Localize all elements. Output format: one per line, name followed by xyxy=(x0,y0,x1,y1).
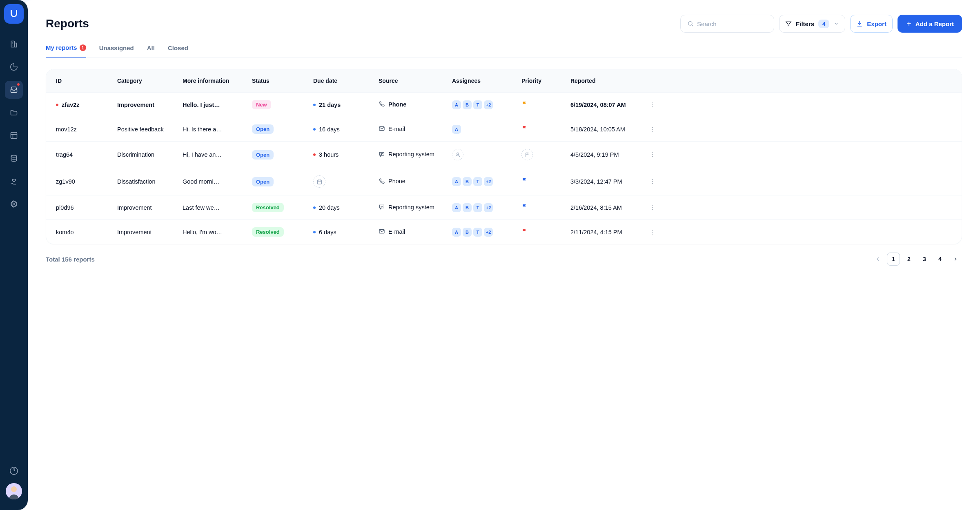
add-report-label: Add a Report xyxy=(915,20,954,27)
assignee-chip[interactable]: B xyxy=(463,177,472,186)
assignee-chip[interactable]: A xyxy=(452,203,461,212)
tabs: My reports1UnassignedAllClosed xyxy=(46,44,962,58)
svg-rect-19 xyxy=(317,180,321,184)
column-header[interactable]: Category xyxy=(117,78,183,84)
assignee-chip[interactable]: A xyxy=(452,125,461,134)
reports-table: IDCategoryMore informationStatusDue date… xyxy=(46,69,962,244)
add-report-button[interactable]: Add a Report xyxy=(898,15,962,33)
assignee-chip[interactable]: B xyxy=(463,100,472,109)
assignee-chip[interactable]: +2 xyxy=(484,177,493,186)
cell-category: Dissatisfaction xyxy=(117,178,183,185)
total-count: Total 156 reports xyxy=(46,256,95,263)
prev-page[interactable] xyxy=(871,253,884,266)
page-4[interactable]: 4 xyxy=(933,253,947,266)
row-more-button[interactable] xyxy=(644,102,660,108)
cell-info: Good morni… xyxy=(183,178,252,185)
svg-point-27 xyxy=(652,230,653,231)
table-row[interactable]: zg1v90DissatisfactionGood morni…OpenPhon… xyxy=(46,168,962,195)
table-row[interactable]: kom4oImprovementHello, I'm wo…Resolved6 … xyxy=(46,220,962,244)
assignee-chip[interactable]: +2 xyxy=(484,228,493,237)
search-input[interactable] xyxy=(697,20,775,27)
svg-point-14 xyxy=(652,131,653,131)
cell-assignees xyxy=(452,149,521,160)
assignee-chip[interactable]: A xyxy=(452,100,461,109)
cell-source: Reporting system xyxy=(379,204,452,211)
cell-source: Phone xyxy=(379,178,452,186)
tab-closed[interactable]: Closed xyxy=(168,44,188,57)
assignee-chip[interactable]: B xyxy=(463,228,472,237)
assignee-chip[interactable]: T xyxy=(473,100,482,109)
assignee-chip[interactable]: B xyxy=(463,203,472,212)
flag-icon[interactable] xyxy=(521,101,528,109)
flag-icon[interactable] xyxy=(521,125,528,133)
column-header[interactable]: More information xyxy=(183,78,252,84)
row-more-button[interactable] xyxy=(644,229,660,235)
assignee-chip[interactable]: A xyxy=(452,228,461,237)
assignee-chip[interactable]: A xyxy=(452,177,461,186)
search-field[interactable] xyxy=(680,15,774,33)
svg-rect-1 xyxy=(11,133,17,139)
export-button[interactable]: Export xyxy=(850,15,893,33)
search-icon xyxy=(687,20,694,27)
tab-all[interactable]: All xyxy=(147,44,155,57)
svg-point-28 xyxy=(652,232,653,233)
nav-heart-hand-icon[interactable] xyxy=(5,172,23,190)
cell-category: Discrimination xyxy=(117,151,183,158)
flag-icon[interactable] xyxy=(521,228,528,236)
table-row[interactable]: mov12zPositive feedbackHi. Is there a…Op… xyxy=(46,117,962,141)
page-1[interactable]: 1 xyxy=(887,253,900,266)
column-header[interactable]: Reported xyxy=(570,78,644,84)
flag-icon[interactable] xyxy=(521,149,533,160)
column-header[interactable]: Assignees xyxy=(452,78,521,84)
assignee-chip[interactable]: T xyxy=(473,203,482,212)
assignee-chip[interactable]: +2 xyxy=(484,203,493,212)
row-more-button[interactable] xyxy=(644,151,660,158)
nav-folder-icon[interactable] xyxy=(5,104,23,122)
filters-button[interactable]: Filters 4 xyxy=(779,15,845,33)
logo[interactable] xyxy=(4,4,24,24)
row-more-button[interactable] xyxy=(644,126,660,133)
assignee-chip[interactable]: T xyxy=(473,177,482,186)
cell-category: Positive feedback xyxy=(117,126,183,133)
cell-priority xyxy=(521,228,570,236)
cell-source: E-mail xyxy=(379,125,452,133)
nav-database-icon[interactable] xyxy=(5,149,23,167)
column-header[interactable]: Status xyxy=(252,78,313,84)
row-more-button[interactable] xyxy=(644,178,660,185)
page-2[interactable]: 2 xyxy=(902,253,915,266)
assignee-chip[interactable]: +2 xyxy=(484,100,493,109)
nav-chart-icon[interactable] xyxy=(5,58,23,76)
flag-icon[interactable] xyxy=(521,204,528,212)
column-header[interactable]: Priority xyxy=(521,78,570,84)
page-3[interactable]: 3 xyxy=(918,253,931,266)
flag-icon[interactable] xyxy=(521,177,528,186)
tab-my-reports[interactable]: My reports1 xyxy=(46,44,86,58)
cell-due: 6 days xyxy=(313,229,379,235)
column-header[interactable]: Source xyxy=(379,78,452,84)
table-row[interactable]: zfav2zImprovementHello. I just…New21 day… xyxy=(46,92,962,117)
assignee-empty-icon[interactable] xyxy=(452,149,463,160)
assignee-chip[interactable]: T xyxy=(473,228,482,237)
column-header[interactable]: ID xyxy=(56,78,117,84)
cell-info: Hello, I'm wo… xyxy=(183,229,252,235)
row-more-button[interactable] xyxy=(644,204,660,211)
tab-unassigned[interactable]: Unassigned xyxy=(99,44,134,57)
cell-source: Reporting system xyxy=(379,151,452,159)
next-page[interactable] xyxy=(949,253,962,266)
user-avatar[interactable] xyxy=(6,483,22,499)
filter-icon xyxy=(785,20,792,27)
cell-id: zfav2z xyxy=(56,102,117,108)
nav-inbox-icon[interactable] xyxy=(5,81,23,99)
nav-building-icon[interactable] xyxy=(5,35,23,53)
download-icon xyxy=(856,20,863,27)
svg-point-15 xyxy=(457,153,459,155)
nav-settings-icon[interactable] xyxy=(5,195,23,213)
page-title: Reports xyxy=(46,17,89,30)
table-row[interactable]: pl0d96ImprovementLast few we…Resolved20 … xyxy=(46,195,962,220)
nav-layout-icon[interactable] xyxy=(5,126,23,144)
table-row[interactable]: trag64DiscriminationHi, I have an…Open3 … xyxy=(46,141,962,168)
help-icon[interactable] xyxy=(8,465,20,477)
cell-status: Open xyxy=(252,177,313,186)
cell-reported: 2/16/2024, 8:15 AM xyxy=(570,204,644,211)
column-header[interactable]: Due date xyxy=(313,78,379,84)
